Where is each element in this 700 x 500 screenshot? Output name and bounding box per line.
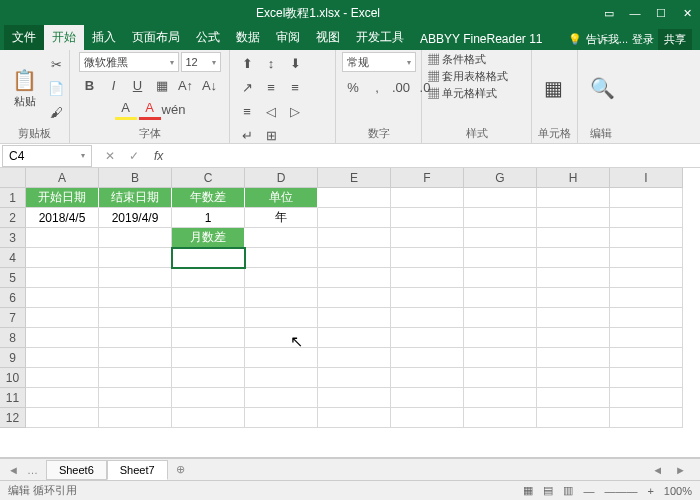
cell-B12[interactable] <box>99 408 172 428</box>
cell-G1[interactable] <box>464 188 537 208</box>
cell-I5[interactable] <box>610 268 683 288</box>
cell-I4[interactable] <box>610 248 683 268</box>
cell-G6[interactable] <box>464 288 537 308</box>
cell-D3[interactable] <box>245 228 318 248</box>
cell-E7[interactable] <box>318 308 391 328</box>
cell-E6[interactable] <box>318 288 391 308</box>
cell-H5[interactable] <box>537 268 610 288</box>
cell-styles-button[interactable]: ▦ 单元格样式 <box>428 86 497 101</box>
cell-A8[interactable] <box>26 328 99 348</box>
cell-C6[interactable] <box>172 288 245 308</box>
cell-F5[interactable] <box>391 268 464 288</box>
cell-C1[interactable]: 年数差 <box>172 188 245 208</box>
cell-F4[interactable] <box>391 248 464 268</box>
cell-B6[interactable] <box>99 288 172 308</box>
cell-F8[interactable] <box>391 328 464 348</box>
cell-H10[interactable] <box>537 368 610 388</box>
copy-icon[interactable]: 📄 <box>45 77 67 99</box>
row-header-9[interactable]: 9 <box>0 348 26 368</box>
underline-button[interactable]: U <box>127 74 149 96</box>
cell-E1[interactable] <box>318 188 391 208</box>
bold-button[interactable]: B <box>79 74 101 96</box>
cell-G12[interactable] <box>464 408 537 428</box>
row-header-4[interactable]: 4 <box>0 248 26 268</box>
row-header-11[interactable]: 11 <box>0 388 26 408</box>
cell-A10[interactable] <box>26 368 99 388</box>
cell-C11[interactable] <box>172 388 245 408</box>
spreadsheet-grid[interactable]: ↖ ABCDEFGHI1开始日期结束日期年数差单位22018/4/52019/4… <box>0 168 700 458</box>
tab-layout[interactable]: 页面布局 <box>124 25 188 50</box>
cell-A4[interactable] <box>26 248 99 268</box>
cell-B5[interactable] <box>99 268 172 288</box>
format-table-button[interactable]: ▦ 套用表格格式 <box>428 69 508 84</box>
cell-F12[interactable] <box>391 408 464 428</box>
cell-B4[interactable] <box>99 248 172 268</box>
sheet-tab-2[interactable]: Sheet7 <box>107 460 168 480</box>
conditional-format-button[interactable]: ▦ 条件格式 <box>428 52 486 67</box>
cell-I7[interactable] <box>610 308 683 328</box>
cell-F11[interactable] <box>391 388 464 408</box>
cell-D5[interactable] <box>245 268 318 288</box>
cell-G2[interactable] <box>464 208 537 228</box>
cell-C5[interactable] <box>172 268 245 288</box>
tab-file[interactable]: 文件 <box>4 25 44 50</box>
tab-insert[interactable]: 插入 <box>84 25 124 50</box>
orientation-icon[interactable]: ↗ <box>236 76 258 98</box>
cell-G5[interactable] <box>464 268 537 288</box>
sheet-nav-first-icon[interactable]: ◄ <box>4 464 23 476</box>
decrease-font-icon[interactable]: A↓ <box>199 74 221 96</box>
col-header-F[interactable]: F <box>391 168 464 188</box>
cell-H1[interactable] <box>537 188 610 208</box>
cell-G3[interactable] <box>464 228 537 248</box>
cell-B3[interactable] <box>99 228 172 248</box>
cell-G10[interactable] <box>464 368 537 388</box>
cell-G11[interactable] <box>464 388 537 408</box>
select-all-corner[interactable] <box>0 168 26 188</box>
cell-H4[interactable] <box>537 248 610 268</box>
view-break-icon[interactable]: ▥ <box>563 484 573 497</box>
sheet-tab-1[interactable]: Sheet6 <box>46 460 107 480</box>
cell-E11[interactable] <box>318 388 391 408</box>
cell-A9[interactable] <box>26 348 99 368</box>
cell-B8[interactable] <box>99 328 172 348</box>
increase-decimal-icon[interactable]: .00 <box>390 76 412 98</box>
cell-A3[interactable] <box>26 228 99 248</box>
tab-review[interactable]: 审阅 <box>268 25 308 50</box>
align-center-icon[interactable]: ≡ <box>284 76 306 98</box>
col-header-I[interactable]: I <box>610 168 683 188</box>
indent-decrease-icon[interactable]: ◁ <box>260 100 282 122</box>
cell-E5[interactable] <box>318 268 391 288</box>
cell-I3[interactable] <box>610 228 683 248</box>
cell-C3[interactable]: 月数差 <box>172 228 245 248</box>
cell-F6[interactable] <box>391 288 464 308</box>
cell-F3[interactable] <box>391 228 464 248</box>
align-left-icon[interactable]: ≡ <box>260 76 282 98</box>
row-header-5[interactable]: 5 <box>0 268 26 288</box>
cell-D4[interactable] <box>245 248 318 268</box>
cell-I6[interactable] <box>610 288 683 308</box>
increase-font-icon[interactable]: A↑ <box>175 74 197 96</box>
cell-D7[interactable] <box>245 308 318 328</box>
italic-button[interactable]: I <box>103 74 125 96</box>
cell-H2[interactable] <box>537 208 610 228</box>
cell-D6[interactable] <box>245 288 318 308</box>
cell-A2[interactable]: 2018/4/5 <box>26 208 99 228</box>
cell-D2[interactable]: 年 <box>245 208 318 228</box>
cell-C10[interactable] <box>172 368 245 388</box>
align-right-icon[interactable]: ≡ <box>236 100 258 122</box>
indent-increase-icon[interactable]: ▷ <box>284 100 306 122</box>
cell-C8[interactable] <box>172 328 245 348</box>
ribbon-options-icon[interactable]: ▭ <box>596 0 622 26</box>
cell-A12[interactable] <box>26 408 99 428</box>
cell-F10[interactable] <box>391 368 464 388</box>
cell-I1[interactable] <box>610 188 683 208</box>
tab-data[interactable]: 数据 <box>228 25 268 50</box>
cell-G8[interactable] <box>464 328 537 348</box>
cell-B9[interactable] <box>99 348 172 368</box>
col-header-G[interactable]: G <box>464 168 537 188</box>
editing-button[interactable]: 🔍 <box>584 72 621 104</box>
hscroll-left-icon[interactable]: ◄ <box>646 464 669 476</box>
formula-input[interactable] <box>167 145 700 167</box>
cell-E2[interactable] <box>318 208 391 228</box>
cell-I9[interactable] <box>610 348 683 368</box>
